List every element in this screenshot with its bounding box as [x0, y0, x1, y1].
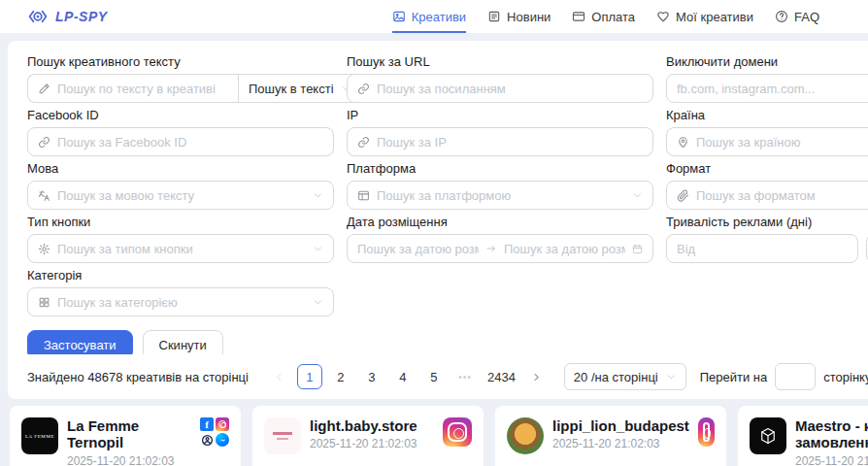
url-inputwrap [347, 74, 653, 103]
card-title: light.baby.store [310, 417, 417, 434]
pagination-next-button[interactable] [525, 364, 549, 389]
format-inputwrap [666, 181, 868, 210]
instagram-icon [216, 417, 229, 431]
goto-suffix-label: сторінку [823, 370, 868, 384]
nav-label: Оплата [591, 10, 635, 24]
field-url: Пошук за URL [347, 54, 653, 103]
pagination-page-2[interactable]: 2 [328, 364, 353, 389]
text-search-mode-select[interactable]: Пошук в тексті [238, 74, 362, 103]
exclude-domains-inputwrap [666, 74, 868, 103]
pagination-prev-button[interactable] [268, 364, 291, 389]
chevron-down-icon [632, 190, 643, 201]
placement-date-from-input[interactable] [357, 242, 479, 256]
nav-item-my-creatives[interactable]: Мої креативи [656, 0, 753, 33]
field-exclude-domains: Виключити домени [666, 54, 868, 103]
platform-input[interactable] [377, 188, 625, 203]
location-pin-icon [677, 136, 689, 149]
category-label: Категорія [27, 268, 334, 283]
avatar [264, 417, 301, 454]
creative-text-input[interactable] [57, 82, 228, 96]
pagination-last-page[interactable]: 2434 [484, 364, 519, 389]
nav-item-news[interactable]: Новини [487, 0, 551, 33]
format-input[interactable] [696, 188, 868, 203]
category-select[interactable] [27, 287, 334, 316]
nav-item-payment[interactable]: Оплата [572, 0, 635, 33]
category-input[interactable] [57, 295, 306, 310]
duration-from-input[interactable] [677, 242, 848, 256]
pagination-page-4[interactable]: 4 [390, 364, 416, 389]
facebook-id-input[interactable] [57, 135, 323, 150]
news-icon [487, 10, 501, 23]
arrow-right-icon [485, 243, 497, 254]
url-label: Пошук за URL [347, 54, 653, 69]
creative-text-inputwrap [27, 74, 238, 103]
chevron-right-icon [531, 372, 542, 383]
grid-icon [38, 296, 50, 309]
credit-card-icon [572, 10, 585, 23]
pencil-icon [38, 83, 50, 95]
pagination-ellipsis[interactable]: ••• [452, 364, 478, 389]
chevron-down-icon [313, 297, 323, 308]
field-facebook-id: Facebook ID [27, 108, 334, 156]
language-label: Мова [27, 161, 334, 176]
ip-input[interactable] [377, 135, 643, 150]
platform-icon [357, 189, 370, 202]
creative-cards-row: LA FEMME La Femme Ternopil 2025-11-20 21… [10, 406, 868, 466]
creative-card: light.baby.store 2025-11-20 21:02:03 3 d… [252, 406, 484, 466]
nav-item-creatives[interactable]: Креативи [392, 0, 466, 33]
facebook-id-label: Facebook ID [27, 108, 334, 122]
nav-item-faq[interactable]: FAQ [775, 0, 819, 33]
duration-from-inputwrap [666, 234, 858, 263]
button-type-input[interactable] [57, 242, 306, 256]
field-button-type: Тип кнопки [27, 215, 334, 263]
brand-logo[interactable]: LP-SPY [27, 6, 108, 27]
url-input[interactable] [377, 82, 643, 96]
cube-icon [758, 426, 778, 446]
pagination-page-5[interactable]: 5 [421, 364, 447, 389]
facebook-icon: f [200, 417, 214, 431]
field-ip: IP [347, 108, 653, 156]
placement-date-label: Дата розміщення [347, 215, 653, 229]
card-date: 2025-11-20 21:02:03 [310, 437, 417, 450]
per-page-value: 20 /на сторінці [574, 370, 658, 384]
ip-inputwrap [347, 127, 653, 156]
link-icon [357, 83, 370, 95]
goto-prefix-label: Перейти на [700, 370, 768, 384]
field-category: Категорія [27, 268, 334, 316]
nav-label: FAQ [794, 10, 819, 24]
gear-icon [38, 243, 50, 255]
exclude-domains-input[interactable] [677, 82, 868, 96]
country-input[interactable] [696, 135, 868, 150]
audience-network-icon [200, 433, 214, 447]
heart-icon [656, 10, 670, 23]
goto-page-input[interactable] [775, 363, 816, 390]
button-type-select[interactable] [27, 234, 334, 263]
field-placement-date: Дата розміщення [347, 215, 653, 263]
text-search-mode-value: Пошук в тексті [249, 82, 334, 96]
language-input[interactable] [57, 188, 306, 203]
platform-select[interactable] [347, 181, 653, 210]
nav-label: Мої креативи [676, 10, 753, 24]
pagination-page-1[interactable]: 1 [297, 364, 322, 389]
ip-label: IP [347, 108, 653, 122]
avatar-text: LA FEMME [25, 434, 54, 439]
avatar: LA FEMME [21, 417, 58, 454]
brand-name: LP-SPY [55, 9, 108, 24]
calendar-icon [632, 244, 643, 254]
placement-date-to-input[interactable] [504, 242, 625, 256]
field-format: Формат [666, 161, 868, 210]
language-select[interactable] [27, 181, 334, 210]
card-date: 2025-11-20 21:02:03 [67, 454, 191, 466]
per-page-select[interactable]: 20 /на сторінці [564, 363, 686, 390]
chevron-down-icon [313, 244, 323, 254]
placement-date-rangepicker[interactable] [347, 234, 653, 263]
pagination-page-3[interactable]: 3 [359, 364, 384, 389]
results-bar: Знайдено 48678 креативів на сторінці 1 2… [8, 354, 868, 399]
nav-label: Новини [507, 10, 551, 24]
instagram-icon [443, 417, 472, 447]
avatar [507, 417, 544, 454]
filter-panel: Пошук креативного тексту Пошук в тексті … [8, 41, 868, 377]
creative-card: Maestro - кухні, ме замовлення в Ужг 202… [738, 406, 868, 466]
instagram-icon [698, 417, 715, 447]
results-summary: Знайдено 48678 креативів на сторінці [27, 370, 249, 384]
